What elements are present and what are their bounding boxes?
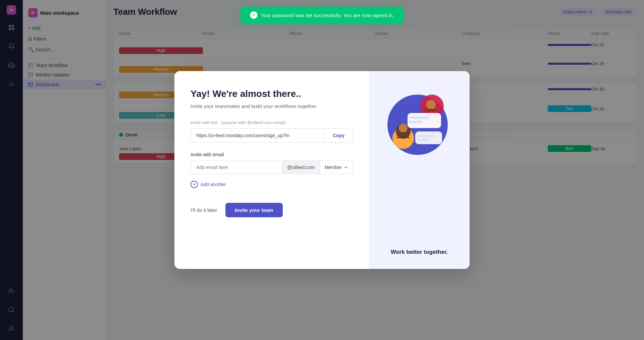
svg-rect-28 <box>408 113 441 128</box>
modal-tagline: Work better together. <box>391 249 448 256</box>
illustration <box>379 81 460 158</box>
modal-left: Yay! We're almost there.. Invite your te… <box>174 71 369 269</box>
svg-rect-29 <box>409 116 429 119</box>
modal: Yay! We're almost there.. Invite your te… <box>174 71 470 269</box>
email-row: @uifeed.com Member <box>191 161 353 174</box>
modal-actions: I'll do it later Invite your team <box>191 203 353 217</box>
modal-subtitle: Invite your teammates and build your wor… <box>191 103 353 109</box>
svg-rect-33 <box>417 139 429 141</box>
invite-team-button[interactable]: Invite your team <box>225 203 283 217</box>
skip-button[interactable]: I'll do it later <box>191 207 217 213</box>
toast-message: Your password was set successfully. You … <box>261 12 394 18</box>
svg-rect-32 <box>417 135 434 137</box>
role-select[interactable]: Member <box>320 161 353 174</box>
svg-point-27 <box>426 100 436 109</box>
invite-link-input[interactable] <box>191 129 324 142</box>
modal-overlay: Yay! We're almost there.. Invite your te… <box>0 0 644 340</box>
svg-rect-30 <box>409 121 423 123</box>
svg-rect-31 <box>415 131 442 144</box>
toast-notification: ✓ Your password was set successfully. Yo… <box>241 7 404 23</box>
invite-link-label: Invite with link (anyone with @uifeed.co… <box>191 120 353 125</box>
modal-right: Work better together. <box>369 71 470 269</box>
invite-email-label: Invite with email <box>191 152 353 157</box>
copy-button[interactable]: Copy <box>324 129 353 142</box>
email-domain: @uifeed.com <box>282 161 320 174</box>
svg-point-25 <box>399 124 408 132</box>
add-another-icon: + <box>191 181 198 188</box>
modal-title: Yay! We're almost there.. <box>191 88 353 100</box>
add-another-button[interactable]: + Add another <box>191 179 353 189</box>
toast-check-icon: ✓ <box>250 11 258 19</box>
link-row: Copy <box>191 128 353 143</box>
email-input[interactable] <box>191 161 282 174</box>
